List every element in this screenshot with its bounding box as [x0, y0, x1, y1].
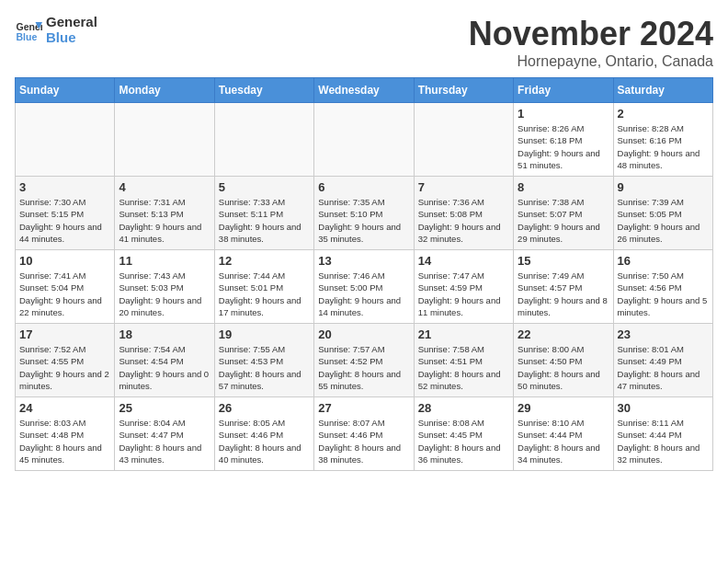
calendar-cell: 28Sunrise: 8:08 AM Sunset: 4:45 PM Dayli…: [414, 397, 513, 471]
calendar-table: SundayMondayTuesdayWednesdayThursdayFrid…: [15, 77, 713, 471]
day-number: 23: [618, 327, 709, 341]
calendar-cell: 13Sunrise: 7:46 AM Sunset: 5:00 PM Dayli…: [314, 250, 414, 324]
calendar-cell: 22Sunrise: 8:00 AM Sunset: 4:50 PM Dayli…: [514, 324, 613, 397]
day-number: 6: [318, 180, 409, 194]
weekday-header: Tuesday: [214, 78, 313, 103]
calendar-cell: [314, 103, 414, 177]
calendar-cell: 21Sunrise: 7:58 AM Sunset: 4:51 PM Dayli…: [414, 324, 513, 397]
calendar-week-row: 3Sunrise: 7:30 AM Sunset: 5:15 PM Daylig…: [16, 177, 713, 250]
calendar-cell: 20Sunrise: 7:57 AM Sunset: 4:52 PM Dayli…: [314, 324, 414, 397]
day-info: Sunrise: 7:58 AM Sunset: 4:51 PM Dayligh…: [418, 343, 509, 392]
day-number: 27: [318, 401, 409, 415]
day-number: 28: [418, 401, 509, 415]
weekday-header: Wednesday: [314, 78, 414, 103]
calendar-cell: 15Sunrise: 7:49 AM Sunset: 4:57 PM Dayli…: [514, 250, 613, 324]
calendar-cell: 30Sunrise: 8:11 AM Sunset: 4:44 PM Dayli…: [613, 397, 712, 471]
day-number: 14: [418, 254, 509, 268]
day-info: Sunrise: 8:10 AM Sunset: 4:44 PM Dayligh…: [518, 417, 609, 465]
day-info: Sunrise: 7:33 AM Sunset: 5:11 PM Dayligh…: [219, 196, 310, 245]
calendar-week-row: 17Sunrise: 7:52 AM Sunset: 4:55 PM Dayli…: [16, 324, 713, 397]
calendar-cell: 17Sunrise: 7:52 AM Sunset: 4:55 PM Dayli…: [16, 324, 115, 397]
weekday-header: Saturday: [613, 78, 712, 103]
day-number: 11: [119, 254, 210, 268]
day-info: Sunrise: 8:04 AM Sunset: 4:47 PM Dayligh…: [119, 417, 210, 465]
location-title: Hornepayne, Ontario, Canada: [469, 53, 713, 70]
calendar-cell: 4Sunrise: 7:31 AM Sunset: 5:13 PM Daylig…: [115, 177, 214, 250]
day-number: 5: [219, 180, 310, 194]
logo-icon: General Blue: [15, 17, 42, 44]
weekday-header: Thursday: [414, 78, 513, 103]
calendar-cell: 24Sunrise: 8:03 AM Sunset: 4:48 PM Dayli…: [16, 397, 115, 471]
calendar-cell: [16, 103, 115, 177]
svg-text:Blue: Blue: [17, 30, 38, 41]
calendar-cell: 5Sunrise: 7:33 AM Sunset: 5:11 PM Daylig…: [214, 177, 313, 250]
day-info: Sunrise: 7:57 AM Sunset: 4:52 PM Dayligh…: [318, 343, 409, 392]
day-info: Sunrise: 8:00 AM Sunset: 4:50 PM Dayligh…: [518, 343, 609, 392]
day-number: 9: [618, 180, 709, 194]
calendar-week-row: 1Sunrise: 8:26 AM Sunset: 6:18 PM Daylig…: [16, 103, 713, 177]
calendar-cell: [414, 103, 513, 177]
day-number: 22: [518, 327, 609, 341]
day-info: Sunrise: 7:49 AM Sunset: 4:57 PM Dayligh…: [518, 270, 609, 318]
calendar-cell: 3Sunrise: 7:30 AM Sunset: 5:15 PM Daylig…: [16, 177, 115, 250]
day-number: 20: [318, 327, 409, 341]
logo-line1: General: [46, 15, 97, 30]
calendar-cell: 23Sunrise: 8:01 AM Sunset: 4:49 PM Dayli…: [613, 324, 712, 397]
calendar-cell: 9Sunrise: 7:39 AM Sunset: 5:05 PM Daylig…: [613, 177, 712, 250]
month-title: November 2024: [469, 15, 713, 53]
calendar-cell: 29Sunrise: 8:10 AM Sunset: 4:44 PM Dayli…: [514, 397, 613, 471]
day-number: 4: [119, 180, 210, 194]
day-info: Sunrise: 8:03 AM Sunset: 4:48 PM Dayligh…: [19, 417, 110, 465]
day-info: Sunrise: 8:05 AM Sunset: 4:46 PM Dayligh…: [219, 417, 310, 465]
day-info: Sunrise: 8:11 AM Sunset: 4:44 PM Dayligh…: [618, 417, 709, 465]
day-number: 15: [518, 254, 609, 268]
day-info: Sunrise: 7:44 AM Sunset: 5:01 PM Dayligh…: [219, 270, 310, 318]
calendar-cell: 8Sunrise: 7:38 AM Sunset: 5:07 PM Daylig…: [514, 177, 613, 250]
day-info: Sunrise: 8:08 AM Sunset: 4:45 PM Dayligh…: [418, 417, 509, 465]
calendar-cell: 27Sunrise: 8:07 AM Sunset: 4:46 PM Dayli…: [314, 397, 414, 471]
day-info: Sunrise: 7:55 AM Sunset: 4:53 PM Dayligh…: [219, 343, 310, 392]
calendar-cell: [214, 103, 313, 177]
day-number: 1: [518, 107, 609, 121]
calendar-body: 1Sunrise: 8:26 AM Sunset: 6:18 PM Daylig…: [16, 103, 713, 471]
day-info: Sunrise: 7:47 AM Sunset: 4:59 PM Dayligh…: [418, 270, 509, 318]
weekday-header: Sunday: [16, 78, 115, 103]
logo: General Blue General Blue: [15, 15, 97, 45]
day-number: 18: [119, 327, 210, 341]
calendar-week-row: 24Sunrise: 8:03 AM Sunset: 4:48 PM Dayli…: [16, 397, 713, 471]
calendar-cell: 25Sunrise: 8:04 AM Sunset: 4:47 PM Dayli…: [115, 397, 214, 471]
calendar-header: SundayMondayTuesdayWednesdayThursdayFrid…: [16, 78, 713, 103]
day-number: 3: [19, 180, 110, 194]
day-info: Sunrise: 7:39 AM Sunset: 5:05 PM Dayligh…: [618, 196, 709, 245]
day-number: 7: [418, 180, 509, 194]
weekday-header: Monday: [115, 78, 214, 103]
day-info: Sunrise: 7:50 AM Sunset: 4:56 PM Dayligh…: [618, 270, 709, 318]
day-info: Sunrise: 8:01 AM Sunset: 4:49 PM Dayligh…: [618, 343, 709, 392]
calendar-cell: 2Sunrise: 8:28 AM Sunset: 6:16 PM Daylig…: [613, 103, 712, 177]
title-section: November 2024 Hornepayne, Ontario, Canad…: [469, 15, 713, 70]
calendar-cell: 10Sunrise: 7:41 AM Sunset: 5:04 PM Dayli…: [16, 250, 115, 324]
day-number: 24: [19, 401, 110, 415]
day-number: 26: [219, 401, 310, 415]
day-number: 2: [618, 107, 709, 121]
calendar-cell: 14Sunrise: 7:47 AM Sunset: 4:59 PM Dayli…: [414, 250, 513, 324]
day-info: Sunrise: 7:35 AM Sunset: 5:10 PM Dayligh…: [318, 196, 409, 245]
logo-line2: Blue: [46, 30, 97, 46]
calendar-cell: 12Sunrise: 7:44 AM Sunset: 5:01 PM Dayli…: [214, 250, 313, 324]
day-number: 30: [618, 401, 709, 415]
day-number: 16: [618, 254, 709, 268]
day-number: 10: [19, 254, 110, 268]
day-info: Sunrise: 7:38 AM Sunset: 5:07 PM Dayligh…: [518, 196, 609, 245]
day-number: 25: [119, 401, 210, 415]
day-info: Sunrise: 7:36 AM Sunset: 5:08 PM Dayligh…: [418, 196, 509, 245]
header: General Blue General Blue November 2024 …: [15, 15, 713, 70]
calendar-cell: 7Sunrise: 7:36 AM Sunset: 5:08 PM Daylig…: [414, 177, 513, 250]
calendar-cell: 11Sunrise: 7:43 AM Sunset: 5:03 PM Dayli…: [115, 250, 214, 324]
day-info: Sunrise: 7:41 AM Sunset: 5:04 PM Dayligh…: [19, 270, 110, 318]
day-info: Sunrise: 8:07 AM Sunset: 4:46 PM Dayligh…: [318, 417, 409, 465]
day-number: 21: [418, 327, 509, 341]
calendar-cell: 6Sunrise: 7:35 AM Sunset: 5:10 PM Daylig…: [314, 177, 414, 250]
day-number: 19: [219, 327, 310, 341]
day-number: 29: [518, 401, 609, 415]
day-info: Sunrise: 7:31 AM Sunset: 5:13 PM Dayligh…: [119, 196, 210, 245]
